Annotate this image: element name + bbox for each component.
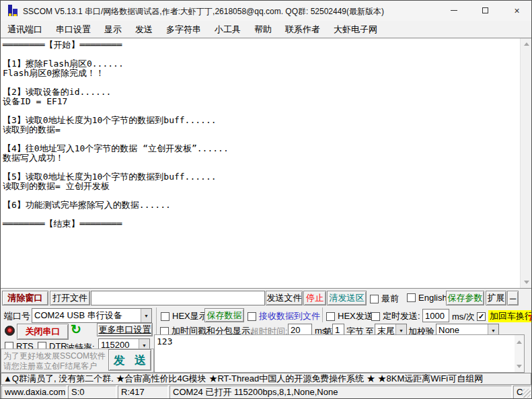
checkbox-box: [407, 293, 416, 302]
open-file-button[interactable]: 打开文件: [50, 291, 90, 305]
stop-button[interactable]: 停止: [303, 291, 326, 305]
recv-to-file-checkbox[interactable]: 接收数据到文件: [248, 310, 320, 322]
timed-send-label: 定时发送:: [383, 310, 420, 322]
topmost-checkbox[interactable]: 最前: [370, 293, 399, 305]
com-led-icon: [5, 326, 15, 336]
scroll-up-icon[interactable]: [515, 336, 524, 348]
help-question-icon[interactable]: ?: [528, 314, 532, 323]
sscom-window: SSCOM V5.13.1 串口/网络数据调试器,作者:大虾丁丁,2618058…: [0, 0, 532, 399]
close-icon: ×: [514, 6, 519, 15]
checkbox-box: [161, 312, 169, 321]
send-area-scrollbar[interactable]: [515, 335, 524, 372]
port-label: 端口号: [4, 310, 30, 322]
menubar: 通讯端口 串口设置 显示 发送 多字符串 小工具 帮助 联系作者 大虾电子网: [1, 21, 531, 38]
topmost-label: 最前: [381, 293, 399, 305]
checkbox-check-icon: ✓: [477, 312, 486, 321]
hex-send-checkbox[interactable]: HEX发送: [326, 310, 373, 322]
hex-display-checkbox[interactable]: HEX显示: [161, 310, 208, 322]
extend-button[interactable]: 扩展: [486, 291, 506, 305]
clear-send-area-button[interactable]: 清发送区: [327, 291, 367, 305]
resize-grip[interactable]: [522, 389, 531, 398]
menu-multi-string[interactable]: 多字符串: [159, 24, 208, 36]
chevron-down-icon[interactable]: ▼: [141, 309, 151, 322]
menu-serial-settings[interactable]: 串口设置: [49, 24, 98, 36]
minimize-button[interactable]: [438, 1, 469, 20]
send-text-area[interactable]: 123: [154, 334, 525, 373]
english-checkbox[interactable]: English: [407, 293, 447, 303]
port-select[interactable]: COM24 USB 串行设备 ▼: [32, 308, 152, 323]
divider: [322, 307, 323, 322]
maximize-icon: [482, 7, 488, 13]
hex-display-label: HEX显示: [172, 310, 208, 322]
minimize-icon: [451, 10, 457, 11]
status-port-state: COM24 已打开 115200bps,8,1,None,None: [169, 386, 512, 399]
interval-unit-label: ms/次: [452, 311, 475, 323]
menu-tools[interactable]: 小工具: [208, 24, 248, 36]
timed-send-checkbox[interactable]: 定时发送:: [371, 310, 420, 322]
maximize-button[interactable]: [469, 1, 501, 20]
send-file-button[interactable]: 发送文件: [266, 291, 303, 305]
interval-input[interactable]: [422, 309, 449, 322]
menu-contact-author[interactable]: 联系作者: [278, 24, 327, 36]
scroll-up-icon[interactable]: [521, 38, 532, 50]
menu-comm-port[interactable]: 通讯端口: [1, 24, 49, 36]
port-select-value: COM24 USB 串行设备: [32, 309, 141, 322]
titlebar: SSCOM V5.13.1 串口/网络数据调试器,作者:大虾丁丁,2618058…: [1, 1, 531, 21]
collapse-panel-button[interactable]: ─: [507, 291, 519, 305]
append-crlf-checkbox[interactable]: ✓ 加回车换行: [477, 310, 532, 322]
terminal-text: ════════【开始】════════ 【1】擦除Flash扇区0......…: [3, 40, 229, 229]
english-label: English: [418, 293, 447, 303]
checkbox-box: [370, 295, 379, 303]
file-path-input[interactable]: [91, 291, 265, 305]
notice-ticker: ▲Q群满员了, 没有第二个群. ★合宙高性价比4G模块 ★RT-Thread中国…: [1, 373, 531, 385]
send-text-value[interactable]: 123: [157, 336, 172, 347]
menu-daxia-website[interactable]: 大虾电子网: [327, 24, 384, 36]
hex-send-label: HEX发送: [338, 310, 373, 322]
scroll-down-icon[interactable]: [515, 361, 524, 372]
close-button[interactable]: ×: [501, 1, 532, 20]
send-button[interactable]: 发 送: [108, 349, 151, 371]
status-website[interactable]: www.daxia.com: [1, 386, 67, 399]
window-title: SSCOM V5.13.1 串口/网络数据调试器,作者:大虾丁丁,2618058…: [23, 6, 384, 17]
checkbox-box: [326, 312, 335, 321]
refresh-ports-icon[interactable]: ↻: [71, 323, 81, 336]
promo-line-2: 请您注册嘉立创F结尾客户: [3, 361, 97, 372]
app-icon: [7, 4, 19, 17]
terminal-output: ════════【开始】════════ 【1】擦除Flash扇区0......…: [1, 38, 531, 289]
save-params-button[interactable]: 保存参数: [446, 291, 484, 305]
recv-to-file-label: 接收数据到文件: [259, 310, 320, 322]
checkbox-box: [248, 312, 256, 321]
save-data-button[interactable]: 保存数据: [204, 308, 244, 322]
append-crlf-label: 加回车换行: [488, 310, 532, 322]
scroll-down-icon[interactable]: [521, 277, 532, 288]
checkbox-box: [371, 312, 380, 321]
menu-display[interactable]: 显示: [98, 24, 128, 36]
menu-send[interactable]: 发送: [128, 24, 159, 36]
status-sent-count: S:0: [68, 386, 116, 399]
terminal-scrollbar[interactable]: [520, 38, 531, 288]
status-received-count: R:417: [118, 386, 168, 399]
more-serial-settings-button[interactable]: 更多串口设置: [97, 323, 153, 336]
menu-help[interactable]: 帮助: [248, 24, 278, 36]
close-port-button[interactable]: 关闭串口: [17, 324, 69, 340]
clear-window-button[interactable]: 清除窗口: [2, 291, 48, 305]
